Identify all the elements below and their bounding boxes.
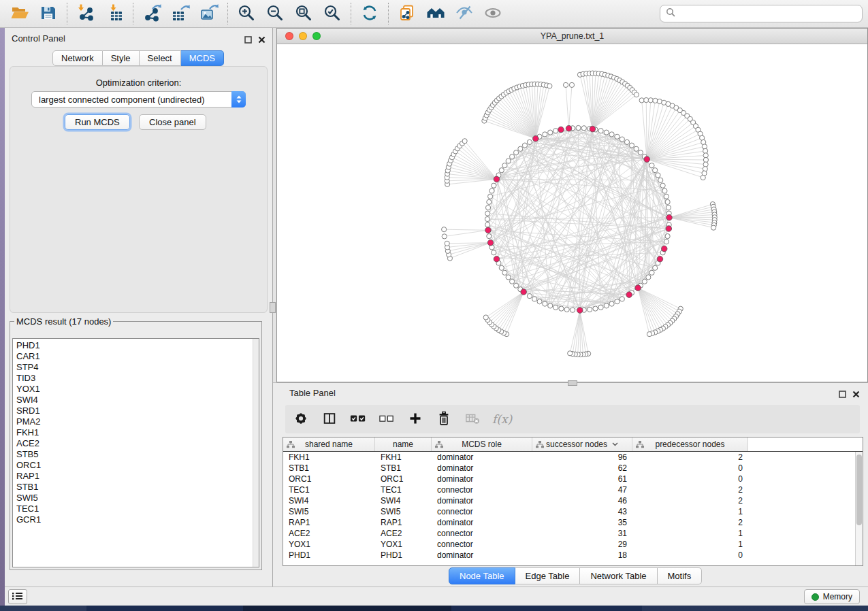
network-node[interactable] bbox=[559, 306, 564, 311]
network-node[interactable] bbox=[483, 315, 488, 320]
network-node[interactable] bbox=[711, 225, 716, 230]
close-panel-button[interactable] bbox=[852, 389, 860, 401]
network-node[interactable] bbox=[620, 137, 624, 142]
network-node[interactable] bbox=[492, 250, 496, 255]
network-node[interactable] bbox=[615, 134, 620, 139]
column-header[interactable]: name bbox=[375, 437, 432, 451]
tab-motifs[interactable]: Motifs bbox=[658, 567, 703, 584]
network-node[interactable] bbox=[662, 188, 667, 193]
network-node[interactable] bbox=[537, 299, 542, 304]
network-node[interactable] bbox=[629, 143, 634, 148]
table-panel-divider-handle[interactable] bbox=[568, 380, 577, 386]
mcds-node[interactable] bbox=[626, 292, 632, 298]
mcds-node[interactable] bbox=[566, 125, 572, 131]
mcds-node[interactable] bbox=[521, 289, 527, 295]
save-session-button[interactable] bbox=[34, 1, 63, 26]
mcds-result-item[interactable]: STB5 bbox=[13, 449, 259, 460]
table-row[interactable]: TEC1TEC1connector472 bbox=[283, 484, 855, 495]
refresh-view-button[interactable] bbox=[355, 1, 384, 26]
network-node[interactable] bbox=[701, 175, 705, 180]
tab-network-table[interactable]: Network Table bbox=[580, 567, 657, 584]
network-node[interactable] bbox=[548, 303, 553, 308]
network-node[interactable] bbox=[642, 279, 647, 284]
table-row[interactable]: ACE2ACE2connector311 bbox=[283, 528, 855, 539]
export-image-button[interactable] bbox=[195, 1, 223, 26]
table-settings-button[interactable] bbox=[292, 410, 310, 429]
network-node[interactable] bbox=[527, 139, 532, 144]
network-node[interactable] bbox=[502, 270, 507, 275]
network-window-titlebar[interactable]: YPA_prune.txt_1 bbox=[277, 29, 867, 44]
network-node[interactable] bbox=[660, 183, 665, 188]
zoom-fit-button[interactable] bbox=[289, 1, 318, 26]
mcds-result-item[interactable]: TEC1 bbox=[13, 503, 259, 514]
network-node[interactable] bbox=[569, 82, 574, 87]
network-node[interactable] bbox=[604, 130, 609, 135]
mcds-result-item[interactable]: GCR1 bbox=[13, 514, 259, 525]
import-network-button[interactable] bbox=[71, 1, 100, 26]
network-node[interactable] bbox=[506, 275, 511, 280]
network-node[interactable] bbox=[487, 199, 492, 204]
column-header[interactable]: shared name bbox=[283, 437, 375, 451]
tab-mcds[interactable]: MCDS bbox=[181, 50, 224, 66]
network-node[interactable] bbox=[581, 126, 586, 131]
mcds-result-item[interactable]: FKH1 bbox=[13, 427, 259, 438]
float-panel-button[interactable] bbox=[244, 34, 252, 46]
network-node[interactable] bbox=[518, 146, 523, 151]
network-node[interactable] bbox=[576, 125, 581, 130]
network-node[interactable] bbox=[553, 305, 558, 310]
mcds-node[interactable] bbox=[590, 126, 596, 132]
network-node[interactable] bbox=[620, 297, 624, 301]
network-node[interactable] bbox=[647, 332, 652, 337]
network-node[interactable] bbox=[609, 132, 614, 137]
network-node[interactable] bbox=[502, 163, 507, 168]
table-row[interactable]: STB1STB1dominator620 bbox=[283, 463, 855, 474]
mcds-result-item[interactable]: TID3 bbox=[13, 373, 259, 384]
tab-select[interactable]: Select bbox=[140, 50, 181, 66]
first-neighbors-button[interactable] bbox=[421, 1, 450, 26]
open-file-button[interactable] bbox=[5, 1, 34, 26]
network-node[interactable] bbox=[664, 240, 669, 244]
network-node[interactable] bbox=[598, 129, 603, 133]
mcds-node[interactable] bbox=[577, 308, 583, 314]
mcds-node[interactable] bbox=[666, 214, 673, 220]
close-panel-button[interactable] bbox=[258, 34, 266, 46]
mcds-result-item[interactable]: PMA2 bbox=[13, 416, 259, 427]
show-all-button[interactable] bbox=[479, 1, 507, 26]
mcds-result-item[interactable]: STB1 bbox=[13, 482, 259, 493]
network-node[interactable] bbox=[506, 159, 511, 163]
network-node[interactable] bbox=[543, 132, 547, 137]
network-node[interactable] bbox=[485, 205, 490, 210]
network-canvas[interactable] bbox=[277, 44, 867, 382]
search-input[interactable] bbox=[679, 8, 856, 20]
network-node[interactable] bbox=[564, 307, 569, 312]
network-node[interactable] bbox=[646, 275, 651, 280]
mcds-node[interactable] bbox=[661, 246, 667, 252]
network-node[interactable] bbox=[615, 299, 620, 304]
network-node[interactable] bbox=[488, 194, 493, 199]
table-row[interactable]: PHD1PHD1dominator180 bbox=[283, 550, 855, 561]
network-node[interactable] bbox=[499, 168, 504, 173]
network-node[interactable] bbox=[593, 306, 598, 311]
network-node[interactable] bbox=[513, 150, 518, 155]
mcds-node[interactable] bbox=[485, 227, 492, 233]
network-node[interactable] bbox=[485, 222, 490, 227]
delete-column-button[interactable] bbox=[435, 410, 453, 429]
table-row[interactable]: RAP1RAP1dominator352 bbox=[283, 517, 855, 528]
mcds-node[interactable] bbox=[494, 256, 500, 262]
mcds-result-item[interactable]: SWI5 bbox=[13, 493, 259, 503]
criterion-dropdown[interactable]: largest connected component (undirected) bbox=[31, 91, 246, 108]
tab-node-table[interactable]: Node Table bbox=[449, 567, 515, 584]
memory-button[interactable]: Memory bbox=[804, 589, 860, 604]
select-all-button[interactable] bbox=[349, 410, 367, 429]
network-node[interactable] bbox=[513, 283, 518, 288]
log-console-button[interactable] bbox=[8, 589, 27, 604]
tab-edge-table[interactable]: Edge Table bbox=[515, 567, 581, 584]
mcds-node[interactable] bbox=[666, 226, 672, 232]
mcds-result-item[interactable]: PHD1 bbox=[13, 340, 259, 351]
network-node[interactable] bbox=[489, 188, 494, 193]
network-node[interactable] bbox=[442, 227, 447, 232]
network-node[interactable] bbox=[666, 205, 671, 210]
zoom-in-button[interactable] bbox=[232, 1, 261, 26]
network-node[interactable] bbox=[522, 143, 527, 148]
tab-network[interactable]: Network bbox=[52, 50, 103, 66]
